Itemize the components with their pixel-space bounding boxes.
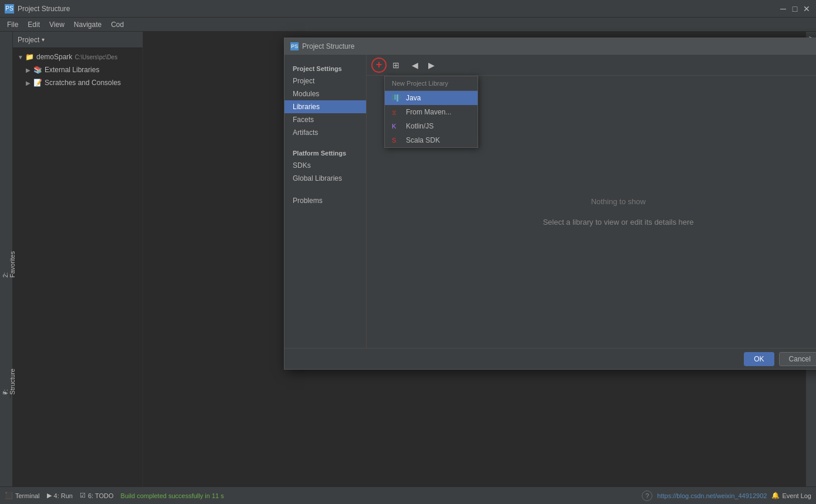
minimize-button[interactable]: ─ [778,4,788,13]
project-structure-dialog: PS Project Structure ✕ Project Settings … [284,38,816,370]
dropdown-item-label: Kotlin/JS [406,122,434,130]
forward-button[interactable]: ▶ [424,58,438,72]
main-content: PS Project Structure ✕ Project Settings … [143,32,805,486]
dialog-content: + ⊞ ◀ ▶ New Project Library [367,55,816,348]
menubar: File Edit View Navigate Cod [0,18,816,32]
cancel-button[interactable]: Cancel [779,352,816,366]
nothing-to-show-text: Nothing to show [591,197,645,206]
dropdown-item-maven[interactable]: ⧖ From Maven... [385,105,478,119]
terminal-icon: ⬛ [5,492,13,499]
java-icon [392,94,402,102]
kotlin-icon: K [392,122,402,130]
tree-item-external-libraries[interactable]: ▶ 📚 External Libraries [13,63,143,76]
project-panel: Project ▾ ▼ 📁 demoSpark C:\Users\pc\Des … [13,32,143,486]
dialog-footer: OK Cancel Apply [285,348,816,369]
nav-section-project-settings: Project Settings [285,62,366,75]
back-button[interactable]: ◀ [408,58,422,72]
select-library-hint: Select a library to view or edit its det… [543,218,693,226]
arrow-icon: ▼ [18,54,25,60]
todo-icon: ☑ [80,492,86,499]
tree-item-label: demoSpark [36,53,72,61]
project-dropdown-arrow: ▾ [42,36,45,43]
arrow-icon: ▶ [26,80,33,86]
menu-view[interactable]: View [45,19,69,30]
window-controls: ─ □ ✕ [778,4,811,13]
statusbar-right: ? https://blog.csdn.net/weixin_44912902 … [642,491,811,501]
dropdown-item-label: Scala SDK [406,136,440,144]
scratch-icon: 📝 [33,78,42,87]
dialog-toolbar: + ⊞ ◀ ▶ [367,55,816,76]
menu-file[interactable]: File [2,19,23,30]
nav-item-libraries[interactable]: Libraries [285,100,366,113]
nav-item-artifacts[interactable]: Artifacts [285,126,366,139]
dropdown-item-scala[interactable]: S Scala SDK [385,133,478,147]
library-icon: 📚 [33,65,42,75]
favorites-sidebar-label[interactable]: 2: Favorites [0,248,18,281]
tree-item-label: External Libraries [45,66,99,74]
menu-code[interactable]: Cod [106,19,128,30]
nav-section-platform-settings: Platform Settings [285,146,366,159]
structure-sidebar-label[interactable]: 7: Structure [0,365,18,398]
dialog-nav: Project Settings Project Modules Librari… [285,55,367,348]
nav-item-modules[interactable]: Modules [285,87,366,100]
arrow-icon: ▶ [26,67,33,73]
build-message: Build completed successfully in 11 s [121,492,224,499]
tree-item-scratches[interactable]: ▶ 📝 Scratches and Consoles [13,76,143,89]
maximize-button[interactable]: □ [790,4,800,13]
url-link[interactable]: https://blog.csdn.net/weixin_44912902 [657,492,767,499]
run-icon: ▶ [47,492,52,499]
menu-edit[interactable]: Edit [23,19,45,30]
dropdown-item-label: Java [406,94,421,102]
event-log-icon: 🔔 [771,492,780,499]
nav-item-facets[interactable]: Facets [285,113,366,126]
new-project-library-menu: New Project Library Java [384,76,478,148]
app-icon: PS [5,4,14,13]
dropdown-item-kotlin[interactable]: K Kotlin/JS [385,119,478,133]
tree-item-label: Scratches and Consoles [45,79,121,87]
nav-item-project[interactable]: Project [285,75,366,87]
event-log-button[interactable]: 🔔 Event Log [771,492,811,499]
build-status: Build completed successfully in 11 s [121,492,224,499]
help-button[interactable]: ? [642,491,652,501]
copy-library-button[interactable]: ⊞ [389,58,403,72]
dialog-titlebar: PS Project Structure ✕ [285,38,816,55]
add-library-button[interactable]: + [371,57,387,73]
folder-icon: 📁 [25,52,34,62]
nav-item-problems[interactable]: Problems [285,194,366,207]
run-tab[interactable]: ▶ 4: Run [47,492,73,499]
main-layout: Project ▾ ▼ 📁 demoSpark C:\Users\pc\Des … [0,32,816,486]
project-panel-header[interactable]: Project ▾ [13,32,143,48]
scala-icon: S [392,136,402,144]
titlebar-title: Project Structure [18,5,70,13]
dropdown-header: New Project Library [385,76,478,91]
project-dropdown-label: Project [18,36,39,44]
terminal-tab[interactable]: ⬛ Terminal [5,492,40,499]
tree-item-path: C:\Users\pc\Des [75,54,117,60]
close-button[interactable]: ✕ [802,4,811,13]
dropdown-item-label: From Maven... [406,108,451,116]
project-tree: ▼ 📁 demoSpark C:\Users\pc\Des ▶ 📚 Extern… [13,48,143,486]
maven-icon: ⧖ [392,108,402,116]
todo-tab[interactable]: ☑ 6: TODO [80,492,114,499]
nav-item-sdks[interactable]: SDKs [285,159,366,172]
dropdown-item-java[interactable]: Java [385,91,478,105]
nav-item-global-libraries[interactable]: Global Libraries [285,172,366,185]
tree-item-demospark[interactable]: ▼ 📁 demoSpark C:\Users\pc\Des [13,50,143,63]
menu-navigate[interactable]: Navigate [69,19,106,30]
ok-button[interactable]: OK [744,352,774,366]
dialog-title: Project Structure [302,42,354,50]
statusbar-tabs: ⬛ Terminal ▶ 4: Run ☑ 6: TODO [5,492,114,499]
dialog-icon: PS [290,42,299,50]
titlebar: PS Project Structure ─ □ ✕ [0,0,816,18]
statusbar: ⬛ Terminal ▶ 4: Run ☑ 6: TODO Build comp… [0,486,816,504]
dialog-body: Project Settings Project Modules Librari… [285,55,816,348]
